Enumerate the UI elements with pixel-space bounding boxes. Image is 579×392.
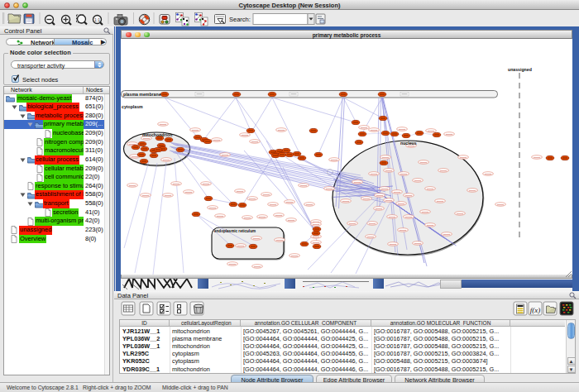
svg-text:plasma membrane: plasma membrane [123, 92, 161, 97]
svg-text:cytoplasm: cytoplasm [122, 104, 143, 109]
svg-text:Search:: Search: [229, 16, 251, 23]
svg-text:mitochondrion: mitochondrion [142, 131, 172, 136]
svg-text:nucleus: nucleus [400, 140, 417, 145]
svg-text:1:1: 1:1 [94, 17, 100, 22]
svg-text:f(x): f(x) [530, 306, 541, 314]
svg-text:unassigned: unassigned [508, 67, 532, 72]
svg-text:endoplasmic reticulum: endoplasmic reticulum [214, 228, 256, 232]
